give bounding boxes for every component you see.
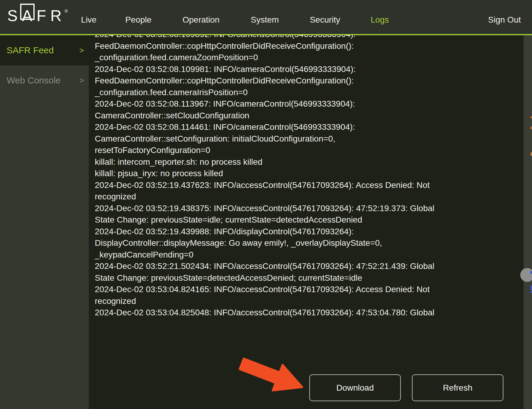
log-entry: 2024-Dec-02 03:52:08.114461: INFO/camera… xyxy=(95,121,444,156)
nav-item-people[interactable]: People xyxy=(125,15,151,25)
nav-item-logs[interactable]: Logs xyxy=(371,15,389,25)
log-entry: 2024-Dec-02 03:52:19.439988: INFO/displa… xyxy=(95,226,444,261)
scrollbar-thumb[interactable] xyxy=(520,268,532,282)
refresh-button[interactable]: Refresh xyxy=(412,374,503,401)
log-entry: 2024-Dec-02 03:53:04.824165: INFO/access… xyxy=(95,284,444,307)
sidebar-item-label: SAFR Feed xyxy=(7,45,54,55)
nav-item-live[interactable]: Live xyxy=(81,15,96,25)
logo-letter-s: S xyxy=(5,8,20,23)
nav-item-security[interactable]: Security xyxy=(310,15,340,25)
scrollbar-marker xyxy=(530,116,532,118)
sidebar-item-web-console[interactable]: Web Console > xyxy=(0,65,89,95)
log-entry: killall: pjsua_iryx: no process killed xyxy=(95,168,444,180)
log-entry: 2024-Dec-02 03:52:21.502434: INFO/access… xyxy=(95,261,444,284)
log-entry: 2024-Dec-02 03:52:19.438375: INFO/access… xyxy=(95,203,444,226)
scrollbar-track[interactable] xyxy=(524,35,532,409)
scrollbar-marker xyxy=(530,152,532,156)
scrollbar-marker xyxy=(530,286,532,290)
scrollbar-marker xyxy=(530,126,532,129)
scrollbar-marker xyxy=(530,271,532,274)
sidebar-item-safr-feed[interactable]: SAFR Feed > xyxy=(0,35,89,65)
top-nav-bar: S A F R ® Live People Operation System S… xyxy=(0,0,532,35)
log-entry: 2024-Dec-02 03:52:08.113967: INFO/camera… xyxy=(95,98,444,121)
log-text: 2024-Dec-02 03:52:08.109892: INFO/camera… xyxy=(89,35,444,319)
sidebar: SAFR Feed > Web Console > xyxy=(0,35,89,409)
logo-letter-f: F xyxy=(35,8,48,23)
registered-trademark-icon: ® xyxy=(65,9,68,13)
logo-letter-r: R xyxy=(48,8,64,23)
download-button[interactable]: Download xyxy=(309,374,401,401)
logo-letter-a-boxed: A xyxy=(20,8,35,23)
log-entry: 2024-Dec-02 03:52:08.109892: INFO/camera… xyxy=(95,35,444,64)
log-entry: 2024-Dec-02 03:53:04.825048: INFO/access… xyxy=(95,307,444,319)
sidebar-item-label: Web Console xyxy=(7,75,61,86)
nav-item-operation[interactable]: Operation xyxy=(183,15,220,25)
log-entry: killall: intercom_reporter.sh: no proces… xyxy=(95,156,444,168)
safr-logo: S A F R ® xyxy=(5,8,68,23)
chevron-right-icon: > xyxy=(79,76,84,85)
log-viewer-panel: 2024-Dec-02 03:52:08.109892: INFO/camera… xyxy=(89,35,524,409)
chevron-right-icon: > xyxy=(79,46,84,55)
log-entry: 2024-Dec-02 03:52:08.109981: INFO/camera… xyxy=(95,64,444,98)
scrollbar-marker xyxy=(530,291,532,293)
log-entry: 2024-Dec-02 03:52:19.437623: INFO/access… xyxy=(95,180,444,203)
sign-out-button[interactable]: Sign Out xyxy=(488,15,521,25)
nav-item-system[interactable]: System xyxy=(251,15,279,25)
